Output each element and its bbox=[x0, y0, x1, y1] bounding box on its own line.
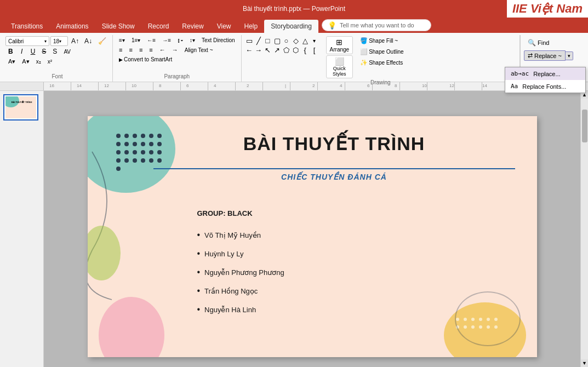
tab-record[interactable]: Record bbox=[141, 20, 176, 33]
justify-btn[interactable]: ≡ bbox=[146, 45, 155, 54]
list-item: Võ Thị Mỹ Huyền bbox=[197, 226, 284, 244]
slide-title: BÀI THUYẾT TRÌNH bbox=[153, 133, 515, 154]
slide-group-label: GROUP: BLACK bbox=[197, 209, 253, 217]
tab-review[interactable]: Review bbox=[175, 20, 210, 33]
font-size-input[interactable]: 18 ▾ bbox=[50, 36, 68, 46]
replace-fonts-icon: Aa bbox=[511, 83, 518, 90]
shapes-more[interactable]: ▾ bbox=[310, 36, 319, 45]
shape-arrow4[interactable]: ↗ bbox=[273, 45, 282, 54]
list-item: Nguyễn Hà Linh bbox=[197, 300, 284, 319]
font-group-label: Font bbox=[5, 72, 109, 81]
text-direction-btn[interactable]: Text Direction bbox=[199, 36, 238, 44]
lightbulb-icon: 💡 bbox=[328, 21, 336, 30]
shape-line[interactable]: ╱ bbox=[254, 36, 263, 45]
shape-arrow[interactable]: ← bbox=[245, 45, 254, 54]
quick-styles-btn[interactable]: ⬜ Quick Styles bbox=[326, 55, 353, 78]
font-family-input[interactable]: Calibri ▾ bbox=[5, 36, 49, 46]
increase-indent-btn[interactable]: →≡ bbox=[159, 36, 174, 44]
shape-arrow3[interactable]: ↖ bbox=[264, 45, 272, 54]
subscript-btn[interactable]: x₂ bbox=[33, 58, 44, 66]
shape-arrow2[interactable]: → bbox=[254, 45, 263, 54]
shape-oval[interactable]: ○ bbox=[282, 36, 291, 45]
shape-fill-btn[interactable]: 🪣 Shape Fill ~ bbox=[357, 36, 406, 45]
shape-triangle[interactable]: △ bbox=[301, 36, 310, 45]
shape-pentagon[interactable]: ⬠ bbox=[282, 45, 291, 54]
italic-btn[interactable]: I bbox=[17, 47, 27, 56]
slide-canvas-area: BÀI THUYẾT TRÌNH CHIẾC THUYỀN ĐÁNH CÁ GR… bbox=[44, 91, 580, 367]
bold-btn[interactable]: B bbox=[5, 47, 16, 56]
replace-fonts-option[interactable]: Aa Replace Fonts... bbox=[505, 80, 585, 93]
search-bar[interactable]: 💡 Tell me what you want to do bbox=[322, 19, 431, 31]
char-spacing-btn[interactable]: AV bbox=[61, 48, 73, 56]
ltr-btn[interactable]: → bbox=[169, 45, 181, 54]
tab-help[interactable]: Help bbox=[238, 20, 265, 33]
decrease-indent-btn[interactable]: ←≡ bbox=[144, 36, 158, 44]
replace-btn-row: ⇄ Replace ~ ▾ bbox=[524, 50, 583, 61]
replace-option-icon: ab→ac bbox=[511, 70, 529, 77]
slide-subtitle: CHIẾC THUYỀN ĐÁNH CÁ bbox=[153, 168, 515, 181]
replace-dropdown: ab→ac Replace... Aa Replace Fonts... bbox=[505, 67, 586, 93]
ruler-margin-left bbox=[0, 82, 44, 90]
replace-dropdown-btn[interactable]: ▾ bbox=[566, 51, 573, 60]
shape-diamond[interactable]: ◇ bbox=[292, 36, 300, 45]
deco-circle-outline bbox=[455, 291, 521, 346]
scroll-down-btn[interactable]: ▼ bbox=[581, 359, 589, 367]
align-right-btn[interactable]: ≡ bbox=[136, 45, 145, 54]
tab-animations[interactable]: Animations bbox=[49, 20, 95, 33]
vertical-scrollbar[interactable]: ▲ ▼ ⊡ ▼ bbox=[580, 91, 588, 367]
tab-slideshow[interactable]: Slide Show bbox=[95, 20, 141, 33]
arrange-btn[interactable]: ⊞ Arrange bbox=[326, 36, 353, 54]
align-left-btn[interactable]: ≡ bbox=[116, 45, 125, 54]
shape-hexagon[interactable]: ⬡ bbox=[292, 45, 300, 54]
find-btn[interactable]: 🔍 Find bbox=[524, 37, 583, 48]
deco-pink bbox=[99, 297, 164, 357]
columns-btn[interactable]: ⫿▾ bbox=[175, 36, 186, 44]
shape-rect2[interactable]: □ bbox=[264, 36, 272, 45]
shape-rounded[interactable]: ▢ bbox=[273, 36, 282, 45]
find-icon: 🔍 bbox=[528, 39, 536, 47]
replace-option[interactable]: ab→ac Replace... bbox=[505, 67, 585, 80]
tab-storyboarding[interactable]: Storyboarding bbox=[264, 20, 318, 33]
decrease-font-btn[interactable]: A↓ bbox=[82, 36, 94, 46]
list-item: Nguyễn Phương Phương bbox=[197, 263, 284, 282]
superscript-btn[interactable]: x² bbox=[45, 58, 55, 66]
tab-transitions[interactable]: Transitions bbox=[4, 20, 49, 33]
font-group: Calibri ▾ 18 ▾ A↑ A↓ 🧹 B I U S S AV bbox=[2, 35, 113, 82]
underline-btn[interactable]: U bbox=[28, 47, 38, 56]
line-spacing-btn[interactable]: ↕▾ bbox=[187, 36, 198, 44]
shape-rect[interactable]: ▭ bbox=[245, 36, 254, 45]
rtl-btn[interactable]: ← bbox=[157, 45, 168, 54]
paragraph-group: ≡▾ 1≡▾ ←≡ →≡ ⫿▾ ↕▾ Text Direction ≡ ≡ ≡ … bbox=[113, 35, 242, 82]
brand-logo: IIE Việt Nam bbox=[507, 0, 588, 18]
replace-btn[interactable]: ⇄ Replace ~ bbox=[524, 50, 566, 61]
align-center-btn[interactable]: ≡ bbox=[126, 45, 135, 54]
search-placeholder: Tell me what you want to do bbox=[340, 22, 414, 28]
replace-icon: ⇄ bbox=[528, 52, 533, 59]
slide-thumbnail[interactable]: BÀI THUYẾT TRÌNH bbox=[3, 94, 38, 121]
convert-smartart-btn[interactable]: ▶ Convert to SmartArt bbox=[116, 55, 175, 64]
title-text: Bài thuyết trình.pptx bbox=[243, 5, 301, 13]
align-text-btn[interactable]: Align Text ~ bbox=[182, 46, 216, 54]
drawing-group: ▭ ╱ □ ▢ ○ ◇ △ ▾ ← → ↖ ↗ ⬠ ⬡ { [ bbox=[242, 35, 520, 82]
shape-brace[interactable]: { bbox=[301, 45, 310, 54]
bullets-btn[interactable]: ≡▾ bbox=[116, 36, 128, 44]
strikethrough-btn[interactable]: S bbox=[39, 47, 49, 56]
clear-format-btn[interactable]: 🧹 bbox=[95, 36, 109, 46]
font-highlight-btn[interactable]: A▾ bbox=[19, 57, 32, 66]
slide[interactable]: BÀI THUYẾT TRÌNH CHIẾC THUYỀN ĐÁNH CÁ GR… bbox=[88, 116, 537, 357]
shape-effects-btn[interactable]: ✨ Shape Effects bbox=[357, 58, 406, 67]
ruler: 16 14 12 10 8 6 4 2 | 2 4 6 8 10 12 14 1… bbox=[0, 82, 588, 91]
shadow-btn[interactable]: S bbox=[50, 47, 60, 56]
shape-bracket[interactable]: [ bbox=[310, 45, 319, 54]
increase-font-btn[interactable]: A↑ bbox=[69, 36, 81, 46]
shape-outline-btn[interactable]: ⬜ Shape Outline bbox=[357, 47, 406, 56]
slide-member-list: Võ Thị Mỹ Huyền Huỳnh Ly Ly Nguyễn Phươn… bbox=[197, 226, 284, 319]
app-name: PowerPoint bbox=[312, 5, 345, 13]
paragraph-group-label: Paragraph bbox=[116, 72, 238, 81]
tab-view[interactable]: View bbox=[210, 20, 238, 33]
title-bar: Bài thuyết trình.pptx — PowerPoint IIE V… bbox=[0, 0, 588, 18]
numbering-btn[interactable]: 1≡▾ bbox=[129, 36, 143, 44]
font-color-btn[interactable]: A▾ bbox=[5, 57, 18, 66]
scroll-thumb[interactable] bbox=[582, 110, 587, 142]
slide-panel: BÀI THUYẾT TRÌNH bbox=[0, 91, 44, 367]
